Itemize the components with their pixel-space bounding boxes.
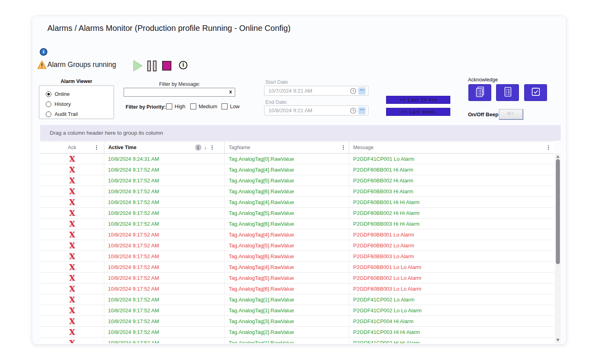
sort-descending-icon[interactable]: ↓ <box>204 144 207 150</box>
group-by-bar[interactable]: Drag a column header here to group its c… <box>40 125 561 141</box>
unacknowledged-x-icon[interactable]: X <box>69 242 75 249</box>
message-cell: P2GDF60BB003 Hi Alarm <box>349 186 554 196</box>
ack-cell[interactable]: X <box>40 197 104 207</box>
table-row[interactable]: X 10/8/2024 9:17:52 AM Tag.AnalogTag[6].… <box>40 251 554 262</box>
beep-toggle-button[interactable] <box>499 109 523 120</box>
end-date-field[interactable]: 10/8/2024 9:21 AM <box>264 105 368 115</box>
unacknowledged-x-icon[interactable]: X <box>69 296 75 303</box>
radio-history[interactable]: History <box>46 99 114 109</box>
scroll-down-icon[interactable] <box>556 339 559 342</box>
radio-audit-trail[interactable]: Audit Trail <box>46 109 114 119</box>
calendar-icon[interactable] <box>358 107 366 114</box>
acknowledge-selected-button[interactable] <box>524 84 547 101</box>
table-row[interactable]: X 10/8/2024 9:24:31 AM Tag.AnalogTag[0].… <box>40 154 554 164</box>
ack-cell[interactable]: X <box>40 305 104 315</box>
checkbox-high-box-icon[interactable] <box>166 103 172 109</box>
table-row[interactable]: X 10/8/2024 9:17:52 AM Tag.AnalogTag[5].… <box>40 240 554 251</box>
unacknowledged-x-icon[interactable]: X <box>69 155 75 163</box>
ack-cell[interactable]: X <box>40 229 104 240</box>
table-row[interactable]: X 10/8/2024 9:17:52 AM Tag.AnalogTag[6].… <box>40 218 554 229</box>
ack-cell[interactable]: X <box>40 154 104 164</box>
table-row[interactable]: X 10/8/2024 9:17:52 AM Tag.AnalogTag[4].… <box>40 262 554 273</box>
table-row[interactable]: X 10/8/2024 9:17:52 AM Tag.AnalogTag[1].… <box>40 294 554 305</box>
info-circle-icon[interactable]: i <box>179 61 187 69</box>
clear-filter-icon[interactable]: x <box>229 89 232 95</box>
table-row[interactable]: X 10/8/2024 9:17:52 AM Tag.AnalogTag[3].… <box>40 316 554 327</box>
unacknowledged-x-icon[interactable]: X <box>69 166 75 174</box>
unacknowledged-x-icon[interactable]: X <box>69 328 75 336</box>
table-row[interactable]: X 10/8/2024 9:17:52 AM Tag.AnalogTag[4].… <box>40 164 554 175</box>
filter-message-input[interactable] <box>126 89 226 96</box>
radio-audit-trail-circle-icon[interactable] <box>46 111 51 117</box>
clock-icon[interactable] <box>350 88 356 94</box>
ack-cell[interactable]: X <box>40 294 104 305</box>
radio-online-circle-icon[interactable] <box>46 91 51 97</box>
ack-cell[interactable]: X <box>40 208 104 218</box>
table-row[interactable]: X 10/8/2024 9:17:52 AM Tag.AnalogTag[5].… <box>40 175 554 186</box>
table-row[interactable]: X 10/8/2024 9:17:52 AM Tag.AnalogTag[2].… <box>40 327 554 338</box>
column-menu-icon[interactable]: ⋮ <box>210 144 215 150</box>
ack-cell[interactable]: X <box>40 273 104 283</box>
unacknowledged-x-icon[interactable]: X <box>69 198 75 206</box>
ack-cell[interactable]: X <box>40 327 104 337</box>
acknowledge-page-button[interactable] <box>496 84 519 101</box>
checkbox-medium-box-icon[interactable] <box>190 103 196 109</box>
checkbox-low-box-icon[interactable] <box>222 103 228 109</box>
table-row[interactable]: X 10/8/2024 9:17:52 AM Tag.AnalogTag[4].… <box>40 229 554 240</box>
scrollbar-thumb[interactable] <box>556 159 560 264</box>
last-24-hrs-button[interactable]: << Last 24 hrs <box>386 96 450 104</box>
clock-icon[interactable] <box>350 107 356 114</box>
ack-cell[interactable]: X <box>40 175 104 186</box>
ack-cell[interactable]: X <box>40 218 104 229</box>
column-header-ack[interactable]: Ack ⋮ <box>40 142 104 153</box>
play-button[interactable] <box>133 60 142 73</box>
ack-cell[interactable]: X <box>40 240 104 251</box>
ack-cell[interactable]: X <box>40 316 104 326</box>
vertical-scrollbar[interactable] <box>555 154 561 343</box>
unacknowledged-x-icon[interactable]: X <box>69 263 75 271</box>
table-row[interactable]: X 10/8/2024 9:17:52 AM Tag.AnalogTag[5].… <box>40 208 554 218</box>
unacknowledged-x-icon[interactable]: X <box>69 177 75 184</box>
info-badge-icon[interactable]: i <box>40 48 47 56</box>
unacknowledged-x-icon[interactable]: X <box>69 339 75 344</box>
stop-button[interactable] <box>162 61 171 71</box>
column-header-message[interactable]: Message ⋮ <box>349 142 554 153</box>
ack-cell[interactable]: X <box>40 283 104 294</box>
radio-online[interactable]: Online <box>46 89 114 99</box>
start-date-field[interactable]: 10/7/2024 9:21 AM <box>264 86 368 96</box>
column-header-active-time[interactable]: Active Time 1 ↓ ⋮ <box>104 142 225 153</box>
column-header-tagname[interactable]: TagName ⋮ <box>225 142 349 153</box>
last-week-button[interactable]: << Last week <box>386 108 450 116</box>
table-row[interactable]: X 10/8/2024 9:17:52 AM Tag.AnalogTag[6].… <box>40 186 554 197</box>
unacknowledged-x-icon[interactable]: X <box>69 220 75 228</box>
radio-history-circle-icon[interactable] <box>46 101 51 107</box>
unacknowledged-x-icon[interactable]: X <box>69 285 75 293</box>
unacknowledged-x-icon[interactable]: X <box>69 209 75 217</box>
table-row[interactable]: X 10/8/2024 9:17:52 AM Tag.AnalogTag[5].… <box>40 273 554 283</box>
scroll-up-icon[interactable] <box>556 155 559 158</box>
ack-cell[interactable]: X <box>40 262 104 272</box>
column-menu-icon[interactable]: ⋮ <box>94 144 99 150</box>
table-row[interactable]: X 10/8/2024 9:17:52 AM Tag.AnalogTag[1].… <box>40 305 554 316</box>
ack-cell[interactable]: X <box>40 186 104 196</box>
table-row[interactable]: X 10/8/2024 9:17:52 AM Tag.AnalogTag[6].… <box>40 283 554 294</box>
unacknowledged-x-icon[interactable]: X <box>69 253 75 260</box>
column-menu-icon[interactable]: ⋮ <box>546 144 551 150</box>
checkbox-high[interactable]: High <box>166 103 185 109</box>
checkbox-medium[interactable]: Medium <box>190 103 217 109</box>
acknowledge-all-pages-button[interactable] <box>468 84 491 101</box>
calendar-icon[interactable] <box>358 87 366 95</box>
checkbox-low[interactable]: Low <box>222 103 240 109</box>
unacknowledged-x-icon[interactable]: X <box>69 231 75 239</box>
pause-button[interactable] <box>147 61 157 71</box>
ack-cell[interactable]: X <box>40 251 104 261</box>
ack-cell[interactable]: X <box>40 164 104 175</box>
column-menu-icon[interactable]: ⋮ <box>341 144 346 150</box>
table-row[interactable]: X 10/8/2024 9:17:52 AM Tag.AnalogTag[1].… <box>40 338 554 343</box>
unacknowledged-x-icon[interactable]: X <box>69 274 75 282</box>
unacknowledged-x-icon[interactable]: X <box>69 188 75 195</box>
table-row[interactable]: X 10/8/2024 9:17:52 AM Tag.AnalogTag[4].… <box>40 197 554 208</box>
unacknowledged-x-icon[interactable]: X <box>69 317 75 325</box>
ack-cell[interactable]: X <box>40 338 104 343</box>
unacknowledged-x-icon[interactable]: X <box>69 307 75 314</box>
